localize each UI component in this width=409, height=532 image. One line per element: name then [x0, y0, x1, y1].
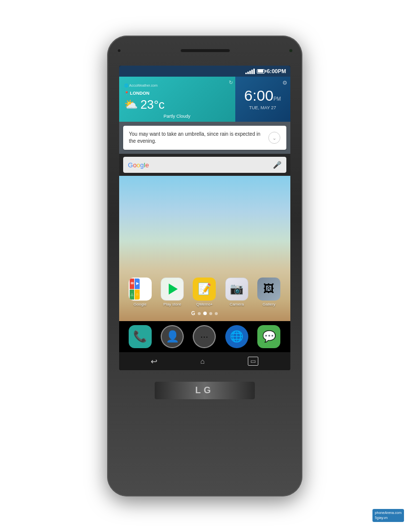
- signal-bars-icon: [245, 69, 255, 74]
- google-icon-gmail: ✉: [130, 279, 135, 289]
- camera-icon-symbol: 📷: [230, 283, 243, 296]
- app-icons-row: ✉ ▶ △ ☆ Google Play store: [119, 276, 290, 309]
- weather-refresh-icon[interactable]: ↻: [229, 80, 233, 85]
- notification-text: You may want to take an umbrella, since …: [129, 131, 264, 145]
- google-app-icon[interactable]: ✉ ▶ △ ☆: [129, 278, 152, 301]
- weather-widget-container: 🌐 AccuWeather.com 📍 LONDON ⛅ 23°c Partly…: [119, 77, 290, 122]
- battery-fill: [258, 70, 263, 73]
- playstore-app-icon[interactable]: [161, 278, 184, 301]
- camera-app-label: Camera: [230, 302, 244, 307]
- page-indicators: G: [119, 309, 290, 318]
- google-logo: Google: [128, 161, 149, 169]
- page-dot-2[interactable]: [203, 312, 207, 315]
- google-icon-drive: △: [130, 290, 135, 300]
- playstore-app-label: Play store: [163, 302, 181, 307]
- dock-item-phone[interactable]: 📞: [129, 325, 152, 348]
- watermark: phoneArena.com 5giay.vn: [372, 509, 404, 522]
- signal-bar-4: [251, 70, 253, 74]
- gallery-app-icon[interactable]: 🖼: [257, 278, 280, 301]
- internet-dock-icon[interactable]: 🌐: [225, 325, 248, 348]
- qmemo-icon-symbol: 📝: [198, 283, 211, 296]
- apps-grid-icon: ⋯: [200, 332, 208, 342]
- home-button[interactable]: ⌂: [200, 357, 204, 365]
- signal-bar-3: [249, 71, 251, 74]
- app-item-playstore[interactable]: Play store: [161, 278, 184, 307]
- signal-bar-2: [247, 72, 249, 74]
- back-button[interactable]: ↩: [151, 357, 157, 366]
- phone-top-bezel: [107, 36, 302, 66]
- recents-button[interactable]: ▭: [248, 357, 258, 366]
- app-item-gallery[interactable]: 🖼 Gallery: [257, 278, 280, 307]
- phone-call-icon: 📞: [133, 330, 147, 343]
- speaker-grille: [180, 49, 230, 53]
- page-dot-4[interactable]: [215, 312, 218, 315]
- weather-source: 🌐 AccuWeather.com: [124, 80, 230, 89]
- notification-card[interactable]: You may want to take an umbrella, since …: [123, 126, 286, 150]
- weather-widget[interactable]: 🌐 AccuWeather.com 📍 LONDON ⛅ 23°c Partly…: [119, 77, 290, 122]
- contacts-person-icon: 👤: [166, 330, 179, 343]
- camera-app-icon[interactable]: 📷: [225, 278, 248, 301]
- gallery-icon-symbol: 🖼: [263, 283, 274, 296]
- weather-location: 📍 LONDON: [124, 91, 230, 96]
- voice-search-icon[interactable]: 🎤: [273, 161, 281, 169]
- status-bar-time: 6:00PM: [267, 68, 286, 74]
- signal-bar-5: [253, 69, 255, 74]
- messages-dock-icon[interactable]: 💬: [257, 325, 280, 348]
- google-icon-search: ☆: [135, 290, 140, 300]
- app-item-qmemo[interactable]: 📝 QMemo+: [193, 278, 216, 307]
- qmemo-app-icon[interactable]: 📝: [193, 278, 216, 301]
- phone-device: 6:00PM 🌐 AccuWeather.com 📍 LONDON ⛅: [107, 36, 302, 496]
- phone-chin: LG: [155, 382, 255, 399]
- lg-brand-logo: LG: [195, 385, 214, 396]
- wallpaper-area: ✉ ▶ △ ☆ Google Play store: [119, 176, 290, 321]
- screen-bezel: 6:00PM 🌐 AccuWeather.com 📍 LONDON ⛅: [119, 66, 290, 370]
- battery-icon: [257, 69, 265, 74]
- weather-settings-icon[interactable]: ⚙: [282, 80, 287, 86]
- apps-dock-icon[interactable]: ⋯: [193, 325, 216, 348]
- weather-left-panel: 🌐 AccuWeather.com 📍 LONDON ⛅ 23°c Partly…: [119, 77, 235, 122]
- clock-display: 6:00PM: [244, 88, 281, 103]
- navigation-bar: ↩ ⌂ ▭: [119, 352, 290, 370]
- weather-temp-row: ⛅ 23°c: [124, 98, 230, 112]
- watermark-line2: 5giay.vn: [375, 515, 401, 520]
- front-camera-icon: [117, 49, 121, 53]
- dock-item-contacts[interactable]: 👤: [161, 325, 184, 348]
- page-indicator-g[interactable]: G: [191, 311, 195, 316]
- contacts-dock-icon[interactable]: 👤: [161, 325, 184, 348]
- gallery-app-label: Gallery: [263, 302, 275, 307]
- play-triangle-icon: [169, 284, 178, 295]
- status-bar: 6:00PM: [119, 66, 290, 77]
- phone-screen: 6:00PM 🌐 AccuWeather.com 📍 LONDON ⛅: [119, 66, 290, 370]
- google-app-label: Google: [134, 302, 147, 307]
- clock-date: TUE, MAY 27: [249, 105, 276, 110]
- google-search-bar[interactable]: Google 🎤: [123, 157, 286, 173]
- app-item-camera[interactable]: 📷 Camera: [225, 278, 248, 307]
- dock-item-apps[interactable]: ⋯: [193, 325, 216, 348]
- google-search-area: Google 🎤: [119, 154, 290, 176]
- weather-condition-text: Partly Cloudy: [124, 114, 230, 119]
- notification-expand-button[interactable]: ⌄: [268, 132, 280, 144]
- page-dot-3[interactable]: [209, 312, 212, 315]
- sensor-icon: [289, 49, 292, 52]
- page-dot-1[interactable]: [198, 312, 201, 315]
- notification-area-bg: You may want to take an umbrella, since …: [119, 122, 290, 154]
- app-dock: 📞 👤 ⋯ 🌐: [119, 321, 290, 352]
- weather-temperature: 23°c: [141, 98, 165, 112]
- phone-dock-icon[interactable]: 📞: [129, 325, 152, 348]
- app-item-google[interactable]: ✉ ▶ △ ☆ Google: [129, 278, 152, 307]
- dock-item-internet[interactable]: 🌐: [225, 325, 248, 348]
- messages-chat-icon: 💬: [262, 330, 276, 343]
- weather-condition-icon: ⛅: [124, 98, 138, 111]
- dock-item-messages[interactable]: 💬: [257, 325, 280, 348]
- globe-icon: 🌐: [230, 330, 243, 343]
- qmemo-app-label: QMemo+: [196, 302, 213, 307]
- watermark-line1: phoneArena.com: [375, 510, 401, 515]
- clock-ampm: PM: [273, 96, 281, 102]
- signal-bar-1: [245, 73, 247, 74]
- google-icon-maps: ▶: [135, 279, 140, 289]
- phone-bottom-bezel: LG: [107, 370, 302, 410]
